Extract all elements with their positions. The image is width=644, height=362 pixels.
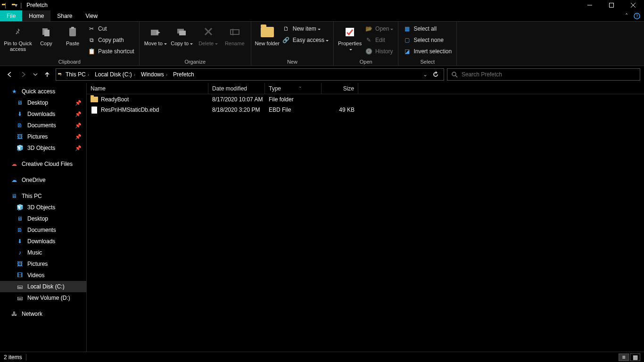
file-row[interactable]: ReadyBoot8/17/2020 10:07 AMFile folder: [87, 94, 644, 105]
copy-button[interactable]: Copy: [33, 23, 59, 46]
col-size[interactable]: Size: [322, 83, 358, 94]
select-all-icon: ▦: [403, 25, 411, 33]
onedrive-icon: ☁: [10, 176, 18, 184]
details-view-button[interactable]: ≡: [619, 354, 629, 361]
file-list-pane: Name Date modified Type⌄ Size ReadyBoot8…: [87, 83, 644, 352]
star-icon: ★: [10, 88, 18, 95]
up-button[interactable]: [41, 69, 53, 80]
new-folder-label: New folder: [255, 41, 280, 46]
invert-selection-icon: ◪: [403, 48, 411, 55]
tab-view[interactable]: View: [79, 10, 104, 21]
address-bar[interactable]: › This PC› Local Disk (C:)› Windows› Pre…: [56, 68, 444, 81]
easy-access-button[interactable]: 🔗Easy access: [281, 35, 330, 45]
nav-downloads[interactable]: ⬇Downloads📌: [0, 108, 86, 120]
file-date: 8/17/2020 10:07 AM: [208, 96, 265, 103]
paste-label: Paste: [66, 41, 79, 46]
3d-icon: 🧊: [16, 204, 24, 211]
clipboard-group-label: Clipboard: [3, 58, 136, 66]
invert-selection-button[interactable]: ◪Invert selection: [401, 46, 454, 57]
edit-button[interactable]: ✎Edit: [363, 35, 395, 45]
select-none-button[interactable]: ▢Select none: [401, 35, 454, 45]
back-button[interactable]: [4, 69, 15, 80]
nav-pc-downloads[interactable]: ⬇Downloads: [0, 236, 86, 247]
nav-quick-access[interactable]: ★Quick access: [0, 86, 86, 97]
svg-rect-16: [231, 30, 239, 34]
invert-selection-label: Invert selection: [413, 48, 452, 55]
easy-access-icon: 🔗: [282, 36, 290, 44]
crumb-windows[interactable]: Windows›: [139, 71, 169, 78]
nav-3d-objects[interactable]: 🧊3D Objects📌: [0, 142, 86, 154]
nav-documents[interactable]: 🗎Documents📌: [0, 120, 86, 131]
large-icons-view-button[interactable]: ▦: [630, 354, 640, 361]
nav-creative-cloud[interactable]: ☁Creative Cloud Files: [0, 158, 86, 170]
col-name[interactable]: Name: [87, 83, 208, 94]
crumb-local-disk[interactable]: Local Disk (C:)›: [93, 71, 137, 78]
refresh-button[interactable]: [432, 71, 439, 78]
nav-pc-3d[interactable]: 🧊3D Objects: [0, 202, 86, 213]
open-button[interactable]: 📂Open: [363, 24, 395, 34]
file-row[interactable]: ResPriHMStaticDb.ebd8/18/2020 3:20 PMEBD…: [87, 105, 644, 115]
delete-label: Delete: [198, 41, 218, 46]
nav-pictures[interactable]: 🖼Pictures📌: [0, 131, 86, 142]
ribbon-group-clipboard: Pin to Quick access Copy Paste ✂Cut ⧉Cop…: [0, 22, 140, 66]
minimize-button[interactable]: [579, 0, 601, 10]
copy-to-button[interactable]: Copy to: [169, 23, 195, 46]
new-folder-button[interactable]: New folder: [254, 23, 281, 46]
nav-pc-new-volume-d[interactable]: 🖴New Volume (D:): [0, 292, 86, 304]
nav-network[interactable]: 🖧Network: [0, 308, 86, 320]
address-dropdown-icon[interactable]: ⌄: [423, 71, 428, 78]
move-to-label: Move to: [144, 41, 167, 46]
pin-icon: 📌: [75, 134, 82, 140]
tab-home[interactable]: Home: [22, 10, 50, 21]
paste-shortcut-button[interactable]: 📋Paste shortcut: [86, 46, 136, 57]
documents-icon: 🗎: [16, 226, 24, 234]
recent-locations-button[interactable]: [32, 69, 39, 80]
close-button[interactable]: [622, 0, 644, 10]
new-group-label: New: [254, 58, 330, 66]
col-type[interactable]: Type⌄: [265, 83, 322, 94]
search-box[interactable]: [447, 68, 640, 81]
main-area: ★Quick access 🖥Desktop📌 ⬇Downloads📌 🗎Doc…: [0, 83, 644, 352]
tab-share[interactable]: Share: [50, 10, 79, 21]
nav-desktop[interactable]: 🖥Desktop📌: [0, 97, 86, 108]
nav-this-pc[interactable]: 🖥This PC: [0, 190, 86, 202]
ribbon-collapse-button[interactable]: ˄: [621, 10, 632, 21]
tab-file[interactable]: File: [0, 10, 22, 21]
nav-pc-local-c[interactable]: 🖴Local Disk (C:): [0, 281, 86, 292]
copy-path-button[interactable]: ⧉Copy path: [86, 35, 136, 45]
cut-button[interactable]: ✂Cut: [86, 24, 136, 34]
nav-pc-videos[interactable]: 🎞Videos: [0, 270, 86, 281]
col-date[interactable]: Date modified: [208, 83, 265, 94]
organize-group-label: Organize: [142, 58, 248, 66]
forward-button[interactable]: [18, 69, 29, 80]
svg-rect-18: [346, 28, 354, 36]
cut-label: Cut: [98, 25, 107, 32]
search-input[interactable]: [462, 71, 636, 78]
pictures-icon: 🖼: [16, 133, 24, 140]
crumb-prefetch[interactable]: Prefetch: [171, 71, 196, 78]
nav-pc-desktop[interactable]: 🖥Desktop: [0, 213, 86, 224]
maximize-button[interactable]: [601, 0, 622, 10]
pin-icon: 📌: [75, 111, 82, 117]
nav-onedrive[interactable]: ☁OneDrive: [0, 174, 86, 186]
properties-button[interactable]: Properties: [337, 23, 363, 52]
nav-pc-pictures[interactable]: 🖼Pictures: [0, 258, 86, 270]
qat-dropdown-icon[interactable]: ▾: [15, 2, 17, 8]
rename-button[interactable]: Rename: [222, 23, 248, 46]
new-item-button[interactable]: 🗋New item: [281, 24, 330, 34]
nav-pc-music[interactable]: ♪Music: [0, 247, 86, 258]
navigation-pane[interactable]: ★Quick access 🖥Desktop📌 ⬇Downloads📌 🗎Doc…: [0, 83, 87, 352]
crumb-this-pc[interactable]: This PC›: [64, 71, 91, 78]
select-all-button[interactable]: ▦Select all: [401, 24, 454, 34]
history-button[interactable]: 🕘History: [363, 46, 395, 57]
help-button[interactable]: ?: [632, 10, 642, 21]
open-group-label: Open: [337, 58, 395, 66]
paste-button[interactable]: Paste: [59, 23, 86, 46]
pin-quick-access-button[interactable]: Pin to Quick access: [3, 23, 33, 52]
qat-separator: |: [5, 2, 6, 8]
properties-icon: [345, 25, 355, 40]
move-to-button[interactable]: Move to: [142, 23, 169, 46]
nav-pc-documents[interactable]: 🗎Documents: [0, 224, 86, 236]
desktop-icon: 🖥: [16, 99, 24, 107]
delete-button[interactable]: Delete: [195, 23, 222, 46]
